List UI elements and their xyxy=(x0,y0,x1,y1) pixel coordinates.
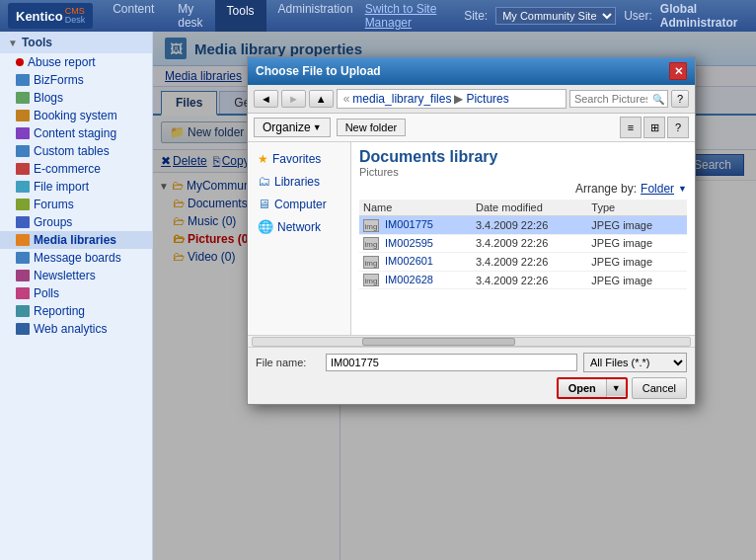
file-table: Name Date modified Type img IM001775 3.4… xyxy=(359,200,687,289)
arrange-arrow-icon: ▼ xyxy=(678,184,687,194)
top-right: Switch to Site Manager Site: My Communit… xyxy=(365,2,748,30)
sidebar-item-forums[interactable]: Forums xyxy=(0,196,152,213)
dialog-back-button[interactable]: ◄ xyxy=(254,90,278,108)
top-nav: Content My desk Tools Administration xyxy=(101,0,364,34)
dialog-search-icon: 🔍 xyxy=(652,94,664,105)
dialog-sidebar: ★ Favorites 🗂 Libraries 🖥 Computer � xyxy=(248,142,351,335)
arrange-value[interactable]: Folder xyxy=(641,182,674,196)
dialog-footer: File name: All Files (*.*) Open ▼ Cancel xyxy=(248,347,695,404)
dialog-scrollbar[interactable] xyxy=(248,335,695,347)
cancel-button[interactable]: Cancel xyxy=(632,377,687,399)
groups-icon xyxy=(16,216,30,228)
docs-header: Documents library Pictures xyxy=(359,148,687,178)
path-part-root[interactable]: media_library_files xyxy=(352,92,451,106)
top-nav-content[interactable]: Content xyxy=(101,0,166,34)
table-row[interactable]: img IM002595 3.4.2009 22:26 JPEG image xyxy=(359,234,687,253)
sidebar-item-file-import[interactable]: File import xyxy=(0,178,152,196)
filename-input[interactable] xyxy=(326,354,577,371)
view-button-icons[interactable]: ⊞ xyxy=(643,117,665,138)
user-value: Global Administrator xyxy=(660,2,748,30)
file-icon: img xyxy=(363,274,379,286)
view-buttons: ≡ ⊞ ? xyxy=(620,117,689,138)
dialog-forward-button[interactable]: ► xyxy=(281,90,306,108)
sidebar-item-web-analytics[interactable]: Web analytics xyxy=(0,320,152,338)
newsletters-icon xyxy=(16,270,30,281)
filetype-select[interactable]: All Files (*.*) xyxy=(583,353,687,372)
sidebar-item-polls[interactable]: Polls xyxy=(0,284,152,302)
site-selector[interactable]: My Community Site xyxy=(495,7,616,25)
file-icon: img xyxy=(363,237,379,250)
filename-label: File name: xyxy=(256,357,320,368)
logo-desk: Desk xyxy=(65,16,86,25)
dialog-close-button[interactable]: ✕ xyxy=(669,62,687,80)
search-box-wrap: 🔍 xyxy=(569,90,668,108)
table-row[interactable]: img IM002628 3.4.2009 22:26 JPEG image xyxy=(359,271,687,289)
dialog-sidebar-libraries[interactable]: 🗂 Libraries xyxy=(252,170,346,193)
polls-icon xyxy=(16,287,30,299)
logo-kentico: Kentico xyxy=(16,9,63,24)
top-nav-mydesk[interactable]: My desk xyxy=(166,0,214,34)
media-icon xyxy=(16,234,30,246)
sidebar-item-newsletters[interactable]: Newsletters xyxy=(0,267,152,284)
view-button-help[interactable]: ? xyxy=(667,117,689,138)
user-label: User: xyxy=(624,9,652,23)
sidebar-item-reporting[interactable]: Reporting xyxy=(0,302,152,320)
table-row[interactable]: img IM002601 3.4.2009 22:26 JPEG image xyxy=(359,253,687,272)
sidebar-item-abuse-report[interactable]: Abuse report xyxy=(0,53,152,71)
computer-icon: 🖥 xyxy=(258,197,270,211)
booking-icon xyxy=(16,110,30,121)
scrollbar-thumb[interactable] xyxy=(362,338,515,346)
organize-label: Organize xyxy=(263,120,311,134)
organize-button[interactable]: Organize ▼ xyxy=(254,118,331,137)
table-row[interactable]: img IM001775 3.4.2009 22:26 JPEG image xyxy=(359,216,687,235)
logo: Kentico CMS Desk xyxy=(8,3,93,29)
forums-icon xyxy=(16,199,30,210)
file-icon: img xyxy=(363,219,379,232)
dialog-sidebar-computer[interactable]: 🖥 Computer xyxy=(252,193,346,215)
path-part-pictures[interactable]: Pictures xyxy=(466,92,508,106)
sidebar-title: ▼ Tools xyxy=(0,32,152,53)
sidebar-item-content-staging[interactable]: Content staging xyxy=(0,124,152,142)
tools-expand-icon: ▼ xyxy=(8,38,18,48)
dialog-sidebar-favorites[interactable]: ★ Favorites xyxy=(252,148,346,170)
top-bar: Kentico CMS Desk Content My desk Tools A… xyxy=(0,0,756,32)
col-date: Date modified xyxy=(472,200,587,216)
sidebar-item-ecommerce[interactable]: E-commerce xyxy=(0,160,152,178)
content-area: 🖼 Media library properties Media librari… xyxy=(153,32,756,560)
sidebar-item-message-boards[interactable]: Message boards xyxy=(0,249,152,267)
dialog-nav-bar: ◄ ► ▲ « media_library_files ▶ Pictures 🔍… xyxy=(248,85,695,114)
top-nav-admin[interactable]: Administration xyxy=(266,0,365,34)
dialog-sidebar-network[interactable]: 🌐 Network xyxy=(252,215,346,238)
arrange-label: Arrange by: xyxy=(575,182,637,196)
dialog-titlebar: Choose File to Upload ✕ xyxy=(248,57,695,85)
path-sep-icon: « xyxy=(343,92,350,106)
filename-row: File name: All Files (*.*) xyxy=(256,353,687,372)
sidebar-item-bizforms[interactable]: BizForms xyxy=(0,71,152,89)
top-nav-tools[interactable]: Tools xyxy=(215,0,266,34)
docs-library-subtitle: Pictures xyxy=(359,166,687,178)
view-button-list[interactable]: ≡ xyxy=(620,117,642,138)
sidebar-item-blogs[interactable]: Blogs xyxy=(0,89,152,107)
col-type: Type xyxy=(587,200,687,216)
sidebar-item-groups[interactable]: Groups xyxy=(0,213,152,231)
path-box: « media_library_files ▶ Pictures xyxy=(337,89,567,109)
dialog-up-button[interactable]: ▲ xyxy=(309,90,334,108)
sidebar-item-custom-tables[interactable]: Custom tables xyxy=(0,142,152,160)
open-button-group: Open ▼ xyxy=(557,377,628,399)
dialog-main: Documents library Pictures Arrange by: F… xyxy=(351,142,695,335)
favorites-icon: ★ xyxy=(258,152,268,166)
dialog-toolbar2: Organize ▼ New folder ≡ ⊞ ? xyxy=(248,114,695,142)
sidebar-item-media-libraries[interactable]: Media libraries xyxy=(0,231,152,249)
message-icon xyxy=(16,252,30,264)
custom-tables-icon xyxy=(16,145,30,157)
sidebar: ▼ Tools Abuse report BizForms Blogs Book… xyxy=(0,32,153,560)
open-button[interactable]: Open xyxy=(559,379,607,397)
switch-to-site-manager[interactable]: Switch to Site Manager xyxy=(365,2,457,30)
dialog-new-folder-button[interactable]: New folder xyxy=(337,119,407,136)
open-dropdown-button[interactable]: ▼ xyxy=(607,380,626,396)
abuse-report-icon xyxy=(16,58,24,66)
dialog-help-button[interactable]: ? xyxy=(671,90,689,108)
arrange-row: Arrange by: Folder ▼ xyxy=(359,182,687,196)
libraries-icon: 🗂 xyxy=(258,174,270,189)
sidebar-item-booking[interactable]: Booking system xyxy=(0,107,152,124)
